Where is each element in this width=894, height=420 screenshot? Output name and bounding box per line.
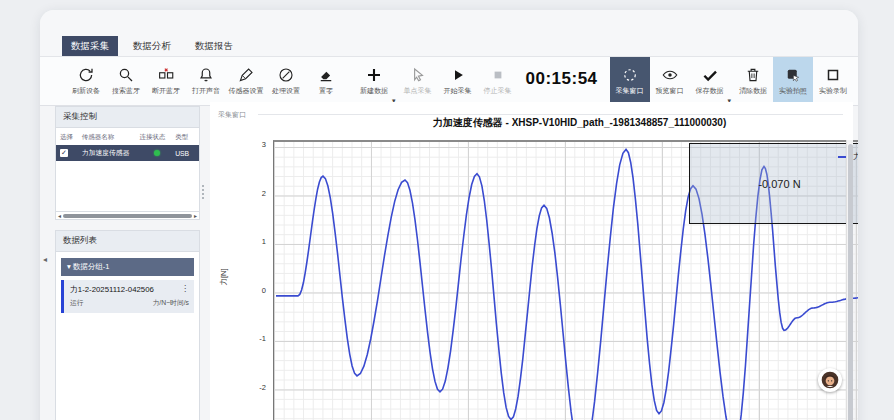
eraser-icon: [317, 66, 335, 84]
data-list-body: ▾ 数据分组-1 力1-2-20251112-042506 ⋮ 运行 力/N~时…: [55, 252, 200, 420]
data-item-axes: 力/N~时间/s: [153, 298, 189, 308]
button-label: 单点采集: [404, 86, 432, 96]
button-label: 处理设置: [272, 86, 300, 96]
button-label: 保存数据: [696, 86, 724, 96]
scroll-right-icon[interactable]: ▸: [194, 213, 197, 219]
process-settings-icon: [277, 66, 295, 84]
data-group-row[interactable]: ▾ 数据分组-1: [61, 258, 194, 276]
selection-annotation-box[interactable]: -0.070 N 力: [689, 143, 858, 224]
sensor-type: USB: [175, 150, 195, 157]
y-tick-label: -2: [259, 383, 266, 392]
col-type: 类型: [175, 133, 195, 142]
button-label: 实验拍照: [779, 86, 807, 96]
tab-data-report[interactable]: 数据报告: [186, 36, 242, 57]
sidebar: 采集控制 选择 传感器名称 连接状态 类型 ✓ 力加速度传感器 USB ◂ ▸ …: [55, 106, 200, 420]
sensor-table: 选择 传感器名称 连接状态 类型 ✓ 力加速度传感器 USB: [55, 128, 200, 212]
legend-label: 力: [853, 151, 858, 162]
button-label: 传感器设置: [229, 86, 264, 96]
button-label: 开始采集: [444, 86, 472, 96]
stop-collect-button[interactable]: 停止采集: [478, 57, 518, 105]
data-list-header: 数据列表: [55, 230, 200, 252]
splitter-handle[interactable]: [200, 185, 205, 211]
sensor-table-hscrollbar[interactable]: ◂ ▸: [55, 212, 200, 220]
pointer-icon: [409, 66, 427, 84]
button-label: 新建数据: [360, 86, 388, 96]
stop-icon: [489, 66, 507, 84]
status-dot-connected: [154, 150, 160, 156]
start-collect-button[interactable]: 开始采集: [438, 57, 478, 105]
sensor-checkbox[interactable]: ✓: [60, 149, 68, 157]
bluetooth-disconnect-icon: [157, 66, 175, 84]
col-sensor-name: 传感器名称: [82, 133, 140, 142]
tab-data-analysis[interactable]: 数据分析: [124, 36, 180, 57]
trash-icon: [744, 66, 762, 84]
col-select: 选择: [60, 133, 82, 142]
sensor-settings-icon: [237, 66, 255, 84]
button-label: 搜索蓝牙: [112, 86, 140, 96]
disconnect-bluetooth-button[interactable]: 断开蓝牙: [146, 57, 186, 105]
tab-data-collect[interactable]: 数据采集: [62, 36, 118, 57]
more-menu-icon[interactable]: ⋮: [181, 284, 189, 295]
annotation-value: -0.070 N: [758, 178, 800, 190]
new-data-button[interactable]: 新建数据: [354, 57, 394, 105]
experiment-photo-button[interactable]: 实验拍照: [773, 57, 813, 105]
y-axis-label: 力[N]: [219, 257, 229, 297]
sensor-table-headers: 选择 传感器名称 连接状态 类型: [56, 128, 199, 145]
button-label: 打开声音: [192, 86, 220, 96]
vscroll-thumb[interactable]: [848, 144, 853, 420]
sound-on-button[interactable]: 打开声音: [186, 57, 226, 105]
y-tick-label: 3: [262, 140, 266, 149]
plus-icon: [365, 66, 383, 84]
data-item[interactable]: 力1-2-20251112-042506 ⋮ 运行 力/N~时间/s: [61, 280, 194, 313]
y-tick-label: 0: [262, 286, 266, 295]
button-label: 采集窗口: [616, 86, 644, 96]
collect-window-button[interactable]: 采集窗口: [610, 57, 650, 105]
single-point-collect-button[interactable]: 单点采集: [398, 57, 438, 105]
zero-button[interactable]: 置零: [306, 57, 346, 105]
button-label: 置零: [319, 86, 333, 96]
plot-area[interactable]: -0.070 N 力: [273, 140, 858, 420]
button-label: 断开蓝牙: [152, 86, 180, 96]
snapshot-icon: [784, 66, 802, 84]
divider: [258, 114, 843, 115]
collect-timer: 00:15:54: [526, 69, 598, 89]
bell-icon: [197, 66, 215, 84]
assistant-avatar-button[interactable]: [818, 368, 842, 392]
y-tick-label: -1: [259, 334, 266, 343]
hscroll-thumb[interactable]: [63, 214, 192, 218]
avatar-face-icon: [820, 370, 840, 390]
sensor-name: 力加速度传感器: [82, 148, 140, 158]
button-label: 清除数据: [739, 86, 767, 96]
chart-window-label: 采集窗口: [218, 110, 246, 120]
app-window: 数据采集 数据分析 数据报告 刷新设备 搜索蓝牙 断开蓝牙 打开声音 传感器设置: [40, 10, 858, 420]
toolbar: 刷新设备 搜索蓝牙 断开蓝牙 打开声音 传感器设置 处理设置 置零 新建数据: [40, 56, 858, 106]
chart-vscrollbar[interactable]: [846, 140, 853, 420]
sensor-settings-button[interactable]: 传感器设置: [226, 57, 266, 105]
check-icon: [701, 66, 719, 84]
search-bluetooth-button[interactable]: 搜索蓝牙: [106, 57, 146, 105]
clear-data-button[interactable]: 清除数据: [733, 57, 773, 105]
refresh-icon: [77, 66, 95, 84]
chart-panel: 采集窗口 力加速度传感器 - XHSP-V10HID_path_-1981348…: [210, 102, 853, 420]
y-tick-label: 2: [262, 189, 266, 198]
save-data-button[interactable]: 保存数据: [690, 57, 730, 105]
scroll-left-icon[interactable]: ◂: [58, 213, 61, 219]
play-icon: [449, 66, 467, 84]
experiment-record-button[interactable]: 实验录制: [813, 57, 853, 105]
sensor-row[interactable]: ✓ 力加速度传感器 USB: [56, 145, 199, 161]
button-label: 停止采集: [484, 86, 512, 96]
formula-calc-button[interactable]: 公式计算: [853, 57, 858, 105]
refresh-device-button[interactable]: 刷新设备: [66, 57, 106, 105]
chart-title: 力加速度传感器 - XHSP-V10HID_path_-1981348857_1…: [273, 116, 858, 130]
sidebar-collapse-icon[interactable]: ◂: [43, 255, 47, 264]
preview-window-button[interactable]: 预览窗口: [650, 57, 690, 105]
process-settings-button[interactable]: 处理设置: [266, 57, 306, 105]
button-label: 实验录制: [819, 86, 847, 96]
record-frame-icon: [824, 66, 842, 84]
data-item-title: 力1-2-20251112-042506: [70, 284, 154, 295]
search-icon: [117, 66, 135, 84]
col-status: 连接状态: [139, 133, 175, 142]
data-item-status: 运行: [70, 298, 84, 308]
y-axis-ticks: 3210-1-2: [244, 140, 270, 420]
tab-bar: 数据采集 数据分析 数据报告: [40, 10, 858, 56]
